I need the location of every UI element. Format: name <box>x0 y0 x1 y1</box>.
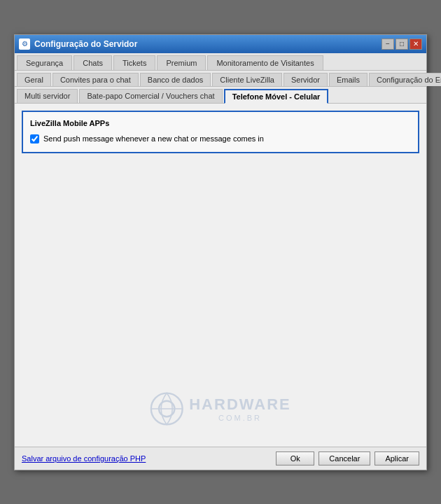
tab-banco[interactable]: Banco de dados <box>140 73 211 86</box>
tab-tickets[interactable]: Tickets <box>113 55 155 70</box>
content-area: LiveZilla Mobile APPs Send push message … <box>15 104 426 447</box>
watermark-icon <box>150 392 183 426</box>
maximize-button[interactable]: □ <box>396 38 408 50</box>
tab-geral[interactable]: Geral <box>17 73 51 86</box>
window-icon: ⚙ <box>19 38 30 50</box>
apply-button[interactable]: Aplicar <box>374 451 419 465</box>
main-window: ⚙ Configuração do Servidor − □ ✕ Seguran… <box>14 34 427 470</box>
tab-emails[interactable]: Emails <box>329 73 368 86</box>
tab-row-3: Multi servidor Bate-papo Comercial / Vou… <box>15 87 426 104</box>
tab-convites[interactable]: Convites para o chat <box>52 73 139 86</box>
tab-premium[interactable]: Premium <box>157 55 206 70</box>
tab-config-email[interactable]: Configuração do Email <box>369 73 441 86</box>
tab-servidor[interactable]: Servidor <box>284 73 328 86</box>
push-message-label: Send push message whenever a new chat or… <box>43 134 264 143</box>
close-button[interactable]: ✕ <box>410 38 422 50</box>
tab-bate-papo[interactable]: Bate-papo Comercial / Vouchers chat <box>79 89 222 103</box>
watermark: HARDWARE COM.BR <box>150 392 291 426</box>
watermark-sub: COM.BR <box>189 414 291 422</box>
title-bar-left: ⚙ Configuração do Servidor <box>19 38 137 50</box>
livezilla-mobile-panel: LiveZilla Mobile APPs Send push message … <box>22 111 419 153</box>
tab-cliente[interactable]: Cliente LiveZilla <box>212 73 282 86</box>
footer-buttons: Ok Cancelar Aplicar <box>276 451 419 465</box>
tab-row-1: Segurança Chats Tickets Premium Monitora… <box>15 53 426 71</box>
tab-telefone-movel[interactable]: Telefone Móvel - Celular <box>224 89 329 104</box>
save-php-link[interactable]: Salvar arquivo de configuração PHP <box>22 454 146 463</box>
tab-seguranca[interactable]: Segurança <box>17 55 72 70</box>
tab-multi-servidor[interactable]: Multi servidor <box>17 89 78 103</box>
push-message-row: Send push message whenever a new chat or… <box>30 133 411 145</box>
watermark-text-group: HARDWARE COM.BR <box>189 396 291 422</box>
watermark-brand: HARDWARE <box>189 396 291 414</box>
panel-title: LiveZilla Mobile APPs <box>30 119 411 127</box>
tab-chats[interactable]: Chats <box>74 55 112 70</box>
title-bar: ⚙ Configuração do Servidor − □ ✕ <box>15 35 426 53</box>
tab-row-2: Geral Convites para o chat Banco de dado… <box>15 71 426 87</box>
title-bar-buttons: − □ ✕ <box>382 38 422 50</box>
ok-button[interactable]: Ok <box>276 451 314 465</box>
window-title: Configuração do Servidor <box>34 39 137 49</box>
minimize-button[interactable]: − <box>382 38 394 50</box>
tab-monitoramento[interactable]: Monitoramento de Visitantes <box>207 55 323 70</box>
push-message-checkbox[interactable] <box>30 134 39 144</box>
cancel-button[interactable]: Cancelar <box>318 451 370 465</box>
footer: Salvar arquivo de configuração PHP Ok Ca… <box>15 447 426 470</box>
